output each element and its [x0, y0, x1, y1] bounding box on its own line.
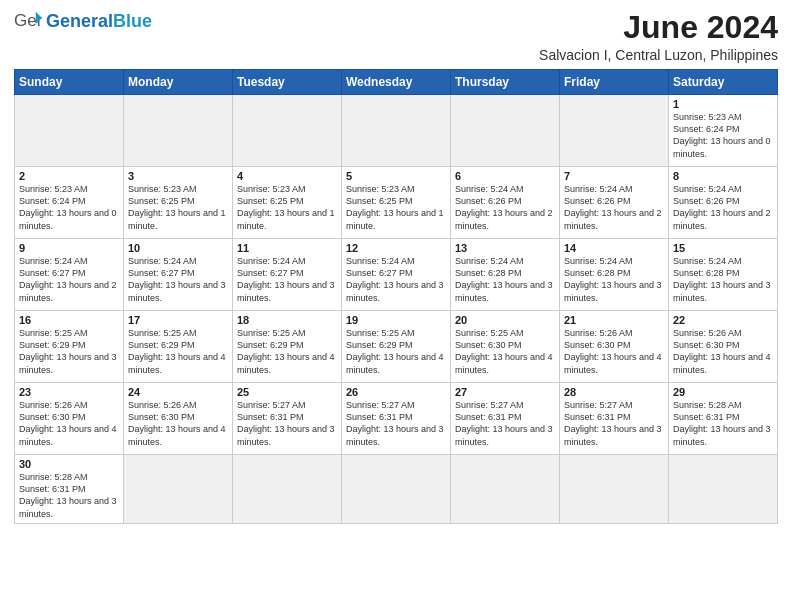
week-row-0: 1Sunrise: 5:23 AM Sunset: 6:24 PM Daylig…	[15, 95, 778, 167]
day-info: Sunrise: 5:25 AM Sunset: 6:29 PM Dayligh…	[128, 327, 228, 376]
column-header-thursday: Thursday	[451, 70, 560, 95]
day-cell: 25Sunrise: 5:27 AM Sunset: 6:31 PM Dayli…	[233, 383, 342, 455]
day-number: 3	[128, 170, 228, 182]
day-info: Sunrise: 5:24 AM Sunset: 6:27 PM Dayligh…	[237, 255, 337, 304]
day-number: 4	[237, 170, 337, 182]
day-cell: 21Sunrise: 5:26 AM Sunset: 6:30 PM Dayli…	[560, 311, 669, 383]
day-cell	[342, 455, 451, 524]
day-number: 6	[455, 170, 555, 182]
column-header-sunday: Sunday	[15, 70, 124, 95]
day-number: 13	[455, 242, 555, 254]
day-cell: 10Sunrise: 5:24 AM Sunset: 6:27 PM Dayli…	[124, 239, 233, 311]
day-info: Sunrise: 5:24 AM Sunset: 6:26 PM Dayligh…	[455, 183, 555, 232]
day-cell: 12Sunrise: 5:24 AM Sunset: 6:27 PM Dayli…	[342, 239, 451, 311]
logo: General GeneralBlue	[14, 10, 152, 32]
day-info: Sunrise: 5:24 AM Sunset: 6:27 PM Dayligh…	[346, 255, 446, 304]
day-number: 7	[564, 170, 664, 182]
day-info: Sunrise: 5:24 AM Sunset: 6:26 PM Dayligh…	[673, 183, 773, 232]
day-cell: 2Sunrise: 5:23 AM Sunset: 6:24 PM Daylig…	[15, 167, 124, 239]
day-number: 25	[237, 386, 337, 398]
day-cell: 11Sunrise: 5:24 AM Sunset: 6:27 PM Dayli…	[233, 239, 342, 311]
calendar-title: June 2024	[539, 10, 778, 45]
calendar-table: SundayMondayTuesdayWednesdayThursdayFrid…	[14, 69, 778, 524]
day-number: 21	[564, 314, 664, 326]
day-cell: 30Sunrise: 5:28 AM Sunset: 6:31 PM Dayli…	[15, 455, 124, 524]
day-cell	[451, 455, 560, 524]
day-cell: 8Sunrise: 5:24 AM Sunset: 6:26 PM Daylig…	[669, 167, 778, 239]
day-info: Sunrise: 5:23 AM Sunset: 6:25 PM Dayligh…	[237, 183, 337, 232]
day-cell	[124, 95, 233, 167]
day-cell: 24Sunrise: 5:26 AM Sunset: 6:30 PM Dayli…	[124, 383, 233, 455]
day-cell	[233, 95, 342, 167]
day-info: Sunrise: 5:23 AM Sunset: 6:24 PM Dayligh…	[673, 111, 773, 160]
column-header-friday: Friday	[560, 70, 669, 95]
day-number: 14	[564, 242, 664, 254]
day-cell: 4Sunrise: 5:23 AM Sunset: 6:25 PM Daylig…	[233, 167, 342, 239]
day-number: 18	[237, 314, 337, 326]
day-info: Sunrise: 5:28 AM Sunset: 6:31 PM Dayligh…	[673, 399, 773, 448]
day-info: Sunrise: 5:25 AM Sunset: 6:29 PM Dayligh…	[237, 327, 337, 376]
day-number: 19	[346, 314, 446, 326]
day-cell: 16Sunrise: 5:25 AM Sunset: 6:29 PM Dayli…	[15, 311, 124, 383]
day-info: Sunrise: 5:24 AM Sunset: 6:28 PM Dayligh…	[673, 255, 773, 304]
day-info: Sunrise: 5:24 AM Sunset: 6:28 PM Dayligh…	[564, 255, 664, 304]
day-cell	[560, 95, 669, 167]
week-row-1: 2Sunrise: 5:23 AM Sunset: 6:24 PM Daylig…	[15, 167, 778, 239]
day-number: 17	[128, 314, 228, 326]
day-number: 22	[673, 314, 773, 326]
day-info: Sunrise: 5:24 AM Sunset: 6:27 PM Dayligh…	[128, 255, 228, 304]
day-number: 30	[19, 458, 119, 470]
day-info: Sunrise: 5:27 AM Sunset: 6:31 PM Dayligh…	[237, 399, 337, 448]
day-cell: 6Sunrise: 5:24 AM Sunset: 6:26 PM Daylig…	[451, 167, 560, 239]
column-header-tuesday: Tuesday	[233, 70, 342, 95]
day-cell: 29Sunrise: 5:28 AM Sunset: 6:31 PM Dayli…	[669, 383, 778, 455]
day-info: Sunrise: 5:24 AM Sunset: 6:27 PM Dayligh…	[19, 255, 119, 304]
day-cell: 23Sunrise: 5:26 AM Sunset: 6:30 PM Dayli…	[15, 383, 124, 455]
day-number: 12	[346, 242, 446, 254]
day-number: 20	[455, 314, 555, 326]
day-cell: 17Sunrise: 5:25 AM Sunset: 6:29 PM Dayli…	[124, 311, 233, 383]
day-number: 8	[673, 170, 773, 182]
day-number: 2	[19, 170, 119, 182]
day-info: Sunrise: 5:23 AM Sunset: 6:24 PM Dayligh…	[19, 183, 119, 232]
column-header-monday: Monday	[124, 70, 233, 95]
week-row-3: 16Sunrise: 5:25 AM Sunset: 6:29 PM Dayli…	[15, 311, 778, 383]
day-info: Sunrise: 5:24 AM Sunset: 6:28 PM Dayligh…	[455, 255, 555, 304]
day-cell: 28Sunrise: 5:27 AM Sunset: 6:31 PM Dayli…	[560, 383, 669, 455]
day-info: Sunrise: 5:26 AM Sunset: 6:30 PM Dayligh…	[128, 399, 228, 448]
day-info: Sunrise: 5:28 AM Sunset: 6:31 PM Dayligh…	[19, 471, 119, 520]
calendar-subtitle: Salvacion I, Central Luzon, Philippines	[539, 47, 778, 63]
day-cell: 26Sunrise: 5:27 AM Sunset: 6:31 PM Dayli…	[342, 383, 451, 455]
day-cell: 13Sunrise: 5:24 AM Sunset: 6:28 PM Dayli…	[451, 239, 560, 311]
day-info: Sunrise: 5:23 AM Sunset: 6:25 PM Dayligh…	[128, 183, 228, 232]
day-cell: 14Sunrise: 5:24 AM Sunset: 6:28 PM Dayli…	[560, 239, 669, 311]
day-info: Sunrise: 5:27 AM Sunset: 6:31 PM Dayligh…	[346, 399, 446, 448]
day-number: 15	[673, 242, 773, 254]
day-number: 27	[455, 386, 555, 398]
day-cell	[124, 455, 233, 524]
column-header-saturday: Saturday	[669, 70, 778, 95]
header: General GeneralBlue June 2024 Salvacion …	[14, 10, 778, 63]
day-info: Sunrise: 5:25 AM Sunset: 6:30 PM Dayligh…	[455, 327, 555, 376]
day-info: Sunrise: 5:27 AM Sunset: 6:31 PM Dayligh…	[455, 399, 555, 448]
day-cell	[451, 95, 560, 167]
day-number: 24	[128, 386, 228, 398]
day-cell: 19Sunrise: 5:25 AM Sunset: 6:29 PM Dayli…	[342, 311, 451, 383]
day-number: 5	[346, 170, 446, 182]
day-cell: 9Sunrise: 5:24 AM Sunset: 6:27 PM Daylig…	[15, 239, 124, 311]
day-number: 9	[19, 242, 119, 254]
day-cell: 27Sunrise: 5:27 AM Sunset: 6:31 PM Dayli…	[451, 383, 560, 455]
day-number: 29	[673, 386, 773, 398]
day-cell	[560, 455, 669, 524]
day-number: 1	[673, 98, 773, 110]
day-cell: 5Sunrise: 5:23 AM Sunset: 6:25 PM Daylig…	[342, 167, 451, 239]
title-block: June 2024 Salvacion I, Central Luzon, Ph…	[539, 10, 778, 63]
day-cell: 18Sunrise: 5:25 AM Sunset: 6:29 PM Dayli…	[233, 311, 342, 383]
day-cell	[342, 95, 451, 167]
header-row: SundayMondayTuesdayWednesdayThursdayFrid…	[15, 70, 778, 95]
logo-icon: General	[14, 10, 42, 32]
day-cell	[669, 455, 778, 524]
day-cell: 7Sunrise: 5:24 AM Sunset: 6:26 PM Daylig…	[560, 167, 669, 239]
day-number: 23	[19, 386, 119, 398]
day-info: Sunrise: 5:26 AM Sunset: 6:30 PM Dayligh…	[564, 327, 664, 376]
